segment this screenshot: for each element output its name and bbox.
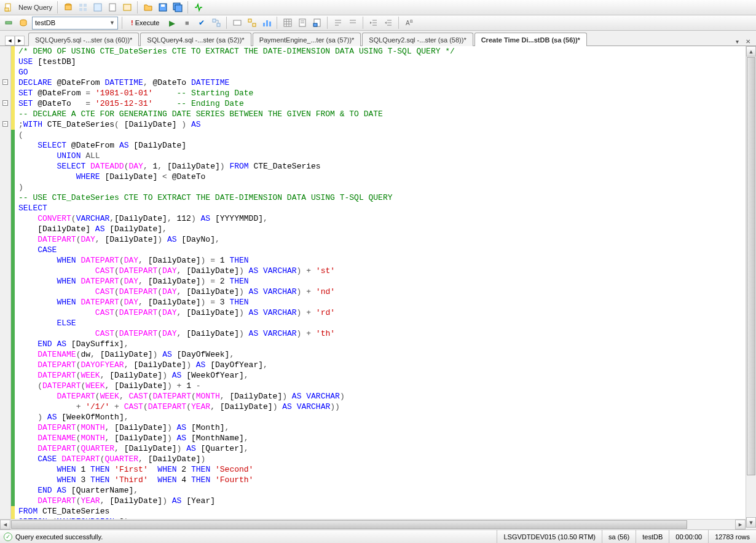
code-text[interactable]: FROM CTE_DateSeries [15, 506, 109, 517]
estimated-plan-icon[interactable] [210, 17, 222, 29]
code-line[interactable]: DATENAME(MONTH, [DailyDate]) AS [MonthNa… [0, 433, 756, 443]
code-text[interactable]: END AS [DaySuffix], [15, 339, 128, 349]
code-line[interactable]: -- USE CTE_DateSeries CTE TO EXTRACT THE… [0, 192, 756, 203]
gutter[interactable] [0, 192, 11, 203]
gutter[interactable] [0, 213, 11, 224]
gutter[interactable] [0, 203, 11, 213]
gutter[interactable] [0, 255, 11, 266]
code-line[interactable]: SET @DateFrom = '1981-01-01' -- Starting… [0, 88, 756, 98]
activity-monitor-icon[interactable] [192, 1, 205, 14]
scroll-track[interactable] [688, 520, 735, 529]
gutter[interactable] [0, 475, 11, 485]
gutter[interactable] [0, 318, 11, 328]
code-text[interactable]: GO [15, 67, 28, 77]
code-text[interactable]: DATEPART(DAYOFYEAR, [DailyDate]) AS [Day… [15, 360, 268, 370]
gutter[interactable] [0, 297, 11, 307]
code-text[interactable]: -- USE CTE_DateSeries CTE TO EXTRACT THE… [15, 192, 393, 203]
code-text[interactable]: CASE DATEPART(QUARTER, [DailyDate]) [15, 454, 205, 464]
horizontal-scrollbar[interactable]: ◄ ► [0, 519, 746, 529]
code-line[interactable]: DATEPART(YEAR, [DailyDate]) AS [Year] [0, 496, 756, 506]
code-line[interactable]: CASE DATEPART(QUARTER, [DailyDate]) [0, 454, 756, 464]
outdent-icon[interactable] [382, 17, 395, 29]
tab-prev-icon[interactable]: ◄ [5, 36, 15, 46]
code-line[interactable]: ) [0, 182, 756, 192]
gutter[interactable] [0, 161, 11, 172]
results-text-icon[interactable] [296, 17, 309, 29]
debug-icon[interactable]: ▶ [166, 17, 178, 29]
code-text[interactable]: WHEN DATEPART(DAY, [DailyDate]) = 1 THEN [15, 255, 249, 266]
code-line[interactable]: UNION ALL [0, 151, 756, 161]
code-text[interactable]: WHEN 3 THEN 'Third' WHEN 4 THEN 'Fourth' [15, 475, 253, 485]
results-grid-icon[interactable] [282, 17, 294, 29]
gutter[interactable] [0, 433, 11, 443]
code-text[interactable]: + '/1/' + CAST(DATEPART(YEAR, [DailyDate… [15, 402, 340, 412]
code-line[interactable]: WHEN 1 THEN 'First' WHEN 2 THEN 'Second' [0, 464, 756, 475]
code-line[interactable]: END AS [DaySuffix], [0, 339, 756, 349]
code-text[interactable]: CASE [15, 245, 57, 255]
code-line[interactable]: CAST(DATEPART(DAY, [DailyDate]) AS VARCH… [0, 307, 756, 318]
code-text[interactable]: WHEN DATEPART(DAY, [DailyDate]) = 3 THEN [15, 297, 249, 307]
db-engine-query-icon[interactable] [62, 1, 74, 14]
code-text[interactable]: /* DEMO OF USING CTE_DateSeries CTE TO E… [15, 46, 455, 57]
save-icon[interactable] [157, 1, 169, 14]
gutter[interactable] [0, 151, 11, 161]
gutter[interactable] [0, 130, 11, 140]
code-text[interactable]: ELSE [15, 318, 76, 328]
code-text[interactable]: SELECT @DateFrom AS [DailyDate] [15, 140, 186, 151]
gutter[interactable] [0, 88, 11, 98]
code-line[interactable]: −DECLARE @DateFrom DATETIME, @DateTo DAT… [0, 77, 756, 88]
gutter[interactable] [0, 360, 11, 370]
gutter[interactable] [0, 287, 11, 297]
code-text[interactable]: USE [testDB] [15, 57, 76, 67]
code-line[interactable]: CAST(DATEPART(DAY, [DailyDate]) AS VARCH… [0, 266, 756, 276]
code-text[interactable]: ) AS [WeekOfMonth], [15, 412, 129, 422]
code-text[interactable]: ( [15, 130, 23, 140]
scroll-thumb[interactable] [747, 57, 755, 475]
code-line[interactable]: DATEPART(QUARTER, [DailyDate]) AS [Quart… [0, 443, 756, 454]
new-query-label[interactable]: New Query [17, 4, 53, 11]
database-selector[interactable]: testDB ▼ [32, 17, 118, 30]
code-line[interactable]: (DATEPART(WEEK, [DailyDate]) + 1 - [0, 381, 756, 391]
code-text[interactable]: DATEPART(MONTH, [DailyDate]) AS [Month], [15, 422, 229, 433]
comment-icon[interactable] [332, 17, 344, 29]
open-file-icon[interactable] [142, 1, 154, 14]
code-text[interactable]: WHEN 1 THEN 'First' WHEN 2 THEN 'Second' [15, 464, 253, 475]
parse-icon[interactable]: ✔ [195, 17, 208, 29]
code-line[interactable]: DATEPART(DAYOFYEAR, [DailyDate]) AS [Day… [0, 360, 756, 370]
connect-icon[interactable] [2, 17, 15, 29]
xmla-query-icon[interactable] [106, 1, 119, 14]
code-text[interactable]: DATEPART(QUARTER, [DailyDate]) AS [Quart… [15, 443, 249, 454]
gutter[interactable] [0, 391, 11, 402]
scroll-left-icon[interactable]: ◄ [0, 520, 10, 529]
tab-list-dropdown-icon[interactable]: ▾ [733, 37, 741, 46]
vertical-scrollbar[interactable]: ▲ ▼ [746, 46, 756, 528]
code-line[interactable]: SELECT @DateFrom AS [DailyDate] [0, 140, 756, 151]
code-line[interactable]: DATEPART(DAY, [DailyDate]) AS [DayNo], [0, 234, 756, 245]
stop-icon[interactable]: ■ [181, 17, 193, 29]
code-text[interactable]: SELECT [15, 203, 47, 213]
include-plan-icon[interactable] [246, 17, 258, 29]
indent-icon[interactable] [368, 17, 380, 29]
code-text[interactable]: WHEN DATEPART(DAY, [DailyDate]) = 2 THEN [15, 276, 249, 287]
uncomment-icon[interactable] [347, 17, 359, 29]
gutter[interactable] [0, 381, 11, 391]
gutter[interactable] [0, 67, 11, 77]
code-line[interactable]: ) AS [WeekOfMonth], [0, 412, 756, 422]
code-line[interactable]: [DailyDate] AS [DailyDate], [0, 224, 756, 234]
gutter[interactable] [0, 412, 11, 422]
change-connection-icon[interactable] [17, 17, 30, 29]
code-line[interactable]: −;WITH CTE_DateSeries( [DailyDate] ) AS [0, 119, 756, 130]
gutter[interactable] [0, 140, 11, 151]
code-text[interactable]: SET @DateTo = '2015-12-31' -- Ending Dat… [15, 98, 244, 109]
gutter[interactable] [0, 46, 11, 57]
code-text[interactable]: DATEPART(DAY, [DailyDate]) AS [DayNo], [15, 234, 220, 245]
new-query-button[interactable] [2, 1, 15, 14]
document-tab[interactable]: Create Time Di...stDB (sa (56))* [474, 33, 587, 46]
code-line[interactable]: SELECT DATEADD(DAY, 1, [DailyDate]) FROM… [0, 161, 756, 172]
code-line[interactable]: CAST(DATEPART(DAY, [DailyDate]) AS VARCH… [0, 287, 756, 297]
code-text[interactable]: ;WITH CTE_DateSeries( [DailyDate] ) AS [15, 119, 201, 130]
scroll-right-icon[interactable]: ► [735, 520, 746, 529]
code-text[interactable]: CAST(DATEPART(DAY, [DailyDate]) AS VARCH… [15, 307, 335, 318]
code-text[interactable]: DATEPART(WEEK, CAST(DATEPART(MONTH, [Dai… [15, 391, 345, 402]
code-text[interactable]: DATENAME(MONTH, [DailyDate]) AS [MonthNa… [15, 433, 249, 443]
